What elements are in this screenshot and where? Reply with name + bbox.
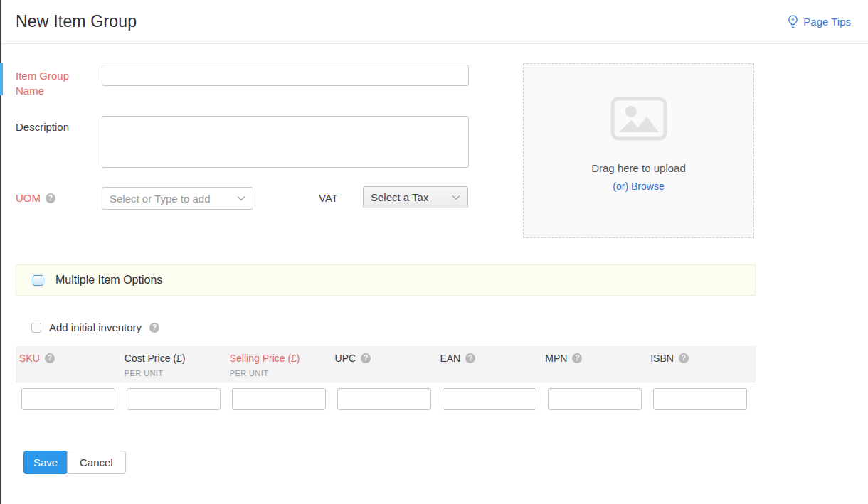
table-cell-input[interactable]: [21, 388, 115, 410]
multiple-item-options-checkbox[interactable]: [33, 275, 43, 286]
table-column-header: MPN?: [545, 353, 650, 382]
column-label: Cost Price (£): [125, 353, 186, 364]
help-icon[interactable]: ?: [572, 353, 582, 363]
help-icon[interactable]: ?: [46, 193, 55, 203]
table-cell-input[interactable]: [548, 388, 642, 410]
table-cell-input[interactable]: [443, 388, 536, 410]
lightbulb-icon: [787, 15, 799, 29]
chevron-down-icon: [452, 195, 460, 200]
image-upload-dropzone[interactable]: Drag here to upload (or) Browse: [523, 63, 754, 238]
item-table-input-row: [16, 384, 756, 410]
vat-selected-value: Select a Tax: [371, 191, 428, 203]
or-text: (or): [613, 181, 628, 192]
table-column-header: Cost Price (£)PER UNIT: [125, 353, 230, 382]
uom-label: UOM ?: [16, 192, 55, 204]
table-cell-input[interactable]: [232, 388, 326, 410]
table-column-header: Selling Price (£)PER UNIT: [230, 353, 335, 382]
uom-dropdown[interactable]: Select or Type to add: [102, 187, 253, 210]
image-icon: [610, 97, 667, 144]
page-tips-label: Page Tips: [803, 16, 851, 28]
drag-upload-text: Drag here to upload: [591, 162, 686, 174]
help-icon[interactable]: ?: [149, 323, 159, 333]
help-icon[interactable]: ?: [361, 353, 371, 363]
column-label: Selling Price (£): [230, 353, 300, 364]
left-scrollbar-thumb[interactable]: [0, 63, 3, 95]
table-cell-input[interactable]: [653, 388, 747, 410]
table-column-header: EAN?: [440, 353, 545, 382]
table-cell-input[interactable]: [337, 388, 431, 410]
vat-select[interactable]: Select a Tax: [363, 186, 468, 208]
uom-placeholder: Select or Type to add: [110, 193, 210, 205]
item-group-name-input[interactable]: [102, 65, 469, 86]
column-label: UPC: [335, 353, 356, 364]
browse-link[interactable]: Browse: [631, 181, 665, 192]
save-button[interactable]: Save: [23, 451, 68, 474]
vat-label: VAT: [319, 192, 338, 204]
page-header: New Item Group Page Tips: [0, 0, 868, 44]
item-group-name-label: Item Group Name: [16, 68, 81, 98]
help-icon[interactable]: ?: [45, 353, 55, 363]
column-label: MPN: [545, 353, 567, 364]
description-label: Description: [16, 121, 69, 133]
page-tips-link[interactable]: Page Tips: [787, 15, 851, 29]
multiple-item-options-section: Multiple Item Options: [16, 264, 756, 296]
help-icon[interactable]: ?: [679, 353, 689, 363]
table-column-header: UPC?: [335, 353, 440, 382]
table-column-header: SKU?: [19, 353, 125, 382]
chevron-down-icon: [237, 195, 245, 201]
cancel-button[interactable]: Cancel: [67, 451, 126, 474]
column-label: SKU: [19, 353, 40, 364]
item-table-header-row: SKU?Cost Price (£)PER UNITSelling Price …: [16, 346, 756, 382]
table-cell-input[interactable]: [127, 388, 221, 410]
multiple-item-options-label: Multiple Item Options: [55, 274, 162, 286]
add-initial-inventory-checkbox[interactable]: [31, 323, 41, 333]
add-initial-inventory-label: Add initial inventory: [49, 321, 142, 333]
description-textarea[interactable]: [102, 116, 469, 168]
column-sublabel: PER UNIT: [230, 369, 335, 377]
new-item-group-page: New Item Group Page Tips Item Group Name…: [0, 0, 868, 504]
page-title: New Item Group: [16, 12, 137, 31]
column-label: ISBN: [650, 353, 674, 364]
uom-label-text: UOM: [16, 192, 41, 204]
table-column-header: ISBN?: [650, 353, 756, 382]
help-icon[interactable]: ?: [465, 353, 475, 363]
column-label: EAN: [440, 353, 460, 364]
column-sublabel: PER UNIT: [125, 369, 230, 377]
add-initial-inventory-row: Add initial inventory ?: [31, 321, 159, 333]
